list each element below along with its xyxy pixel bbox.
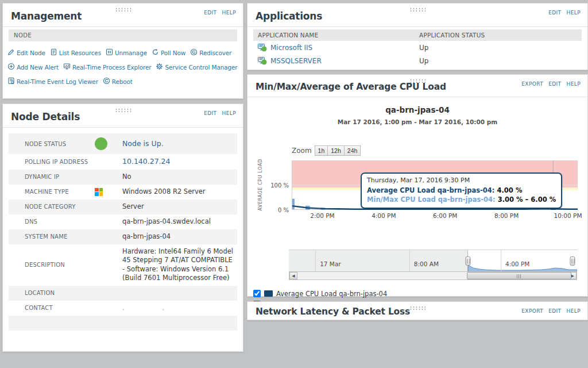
contact-row: CONTACT , , — [9, 301, 237, 316]
export-link[interactable]: EXPORT — [521, 308, 543, 314]
help-link[interactable]: HELP — [567, 81, 581, 87]
dynamic-ip-value: No — [122, 172, 234, 182]
description-row: DESCRIPTION Hardware: Intel64 Family 6 M… — [9, 244, 237, 286]
rediscover-link[interactable]: Rediscover — [190, 48, 231, 57]
list-resources-link[interactable]: List Resources — [50, 48, 101, 57]
edit-link[interactable]: EDIT — [204, 10, 216, 16]
x-axis-tick-label: 4:00 PM — [372, 212, 396, 219]
cpu-load-plot[interactable]: 0 %100 % Thursday, Mar 17, 2016 9:30 PM … — [292, 160, 577, 210]
chart-subtitle: Mar 17 2016, 1:00 pm - Mar 17 2016, 10:0… — [247, 118, 587, 125]
node-section-label: NODE — [9, 29, 237, 41]
y-axis-title: AVERAGE CPU LOAD — [252, 160, 259, 210]
application-status: Up — [419, 57, 577, 65]
real-time-event-log-viewer-link[interactable]: Real-Time Event Log Viewer — [7, 77, 98, 86]
legend-checkbox-average[interactable] — [253, 290, 261, 297]
tooltip-range-label: Min/Max CPU Load qa-brn-jpas-04: — [367, 195, 496, 204]
empty-row — [9, 316, 237, 331]
dns-row: DNS qa-brn-jpas-04.swdev.local — [9, 214, 237, 229]
export-link[interactable]: EXPORT — [521, 81, 543, 87]
management-panel: Management EDIT HELP NODE Edit Node List… — [2, 3, 243, 99]
windows-logo-icon — [95, 188, 103, 196]
navigator-gridline — [501, 250, 501, 272]
panel-title: Applications — [256, 10, 581, 22]
help-link[interactable]: HELP — [567, 308, 581, 314]
y-axis-tick-label: 0 % — [278, 207, 289, 213]
legend-label: Average CPU Load qa-brn-jpas-04 — [276, 290, 387, 298]
applications-table-header: APPLICATION NAME APPLICATION STATUS — [253, 29, 582, 41]
edit-link[interactable]: EDIT — [204, 110, 216, 116]
help-link[interactable]: HELP — [222, 110, 237, 116]
chart-title: qa-brn-jpas-04 — [247, 105, 587, 114]
real-time-process-explorer-link[interactable]: Real-Time Process Explorer — [63, 63, 151, 71]
dynamic-ip-row: DYNAMIC IP No — [9, 170, 237, 185]
scrollbar-thumb[interactable] — [467, 272, 571, 279]
x-axis-tick-label: 10:00 PM — [554, 212, 582, 219]
scrollbar-left-arrow[interactable]: ◀ — [289, 272, 297, 279]
edit-link[interactable]: EDIT — [548, 81, 561, 87]
edit-link[interactable]: EDIT — [548, 10, 561, 16]
edit-link[interactable]: EDIT — [548, 308, 561, 314]
zoom-24h-button[interactable]: 24h — [344, 145, 361, 156]
x-axis-labels: 2:00 PM4:00 PM6:00 PM8:00 PM10:00 PM — [292, 212, 577, 220]
unmanage-link[interactable]: Unmanage — [106, 48, 147, 57]
tooltip-timestamp: Thursday, Mar 17, 2016 9:30 PM — [367, 177, 556, 184]
contact-value: , , — [122, 304, 234, 313]
description-value: Hardware: Intel64 Family 6 Model 45 Step… — [122, 247, 234, 283]
node-category-value: Server — [122, 202, 234, 212]
x-axis-tick-label: 2:00 PM — [310, 212, 334, 219]
help-link[interactable]: HELP — [222, 10, 237, 16]
panel-title: Management — [11, 10, 236, 22]
zoom-12h-button[interactable]: 12h — [327, 145, 345, 156]
application-status: Up — [419, 44, 577, 52]
tooltip-avg-value: 4.00 % — [497, 186, 523, 194]
scrollbar-grip-icon — [517, 274, 521, 278]
x-axis-tick-label: 8:00 PM — [494, 212, 519, 219]
application-name-link[interactable]: MSSQLSERVER — [270, 57, 322, 65]
add-new-alert-link[interactable]: Add New Alert — [7, 63, 59, 71]
navigator-gridline — [409, 250, 410, 272]
navigator-tick-label: 4:00 PM — [505, 260, 529, 267]
legend-swatch-average — [264, 290, 273, 297]
y-axis-tick-label: 100 % — [270, 182, 289, 189]
application-row: MSSQLSERVER Up — [253, 54, 582, 67]
zoom-1h-button[interactable]: 1h — [315, 145, 328, 156]
rediscover-icon — [190, 48, 198, 57]
system-name-value: qa-brn-jpas-04 — [122, 232, 234, 241]
application-row: Microsoft IIS Up — [253, 41, 582, 54]
node-up-status-icon — [95, 137, 107, 150]
navigator-right-handle[interactable] — [570, 256, 575, 266]
reboot-link[interactable]: Reboot — [103, 77, 133, 86]
event-log-icon — [7, 77, 15, 86]
zoom-label: Zoom — [292, 147, 312, 155]
polling-ip-value: 10.140.27.24 — [122, 157, 234, 167]
panel-title: Node Details — [11, 111, 236, 122]
reboot-icon — [103, 77, 110, 86]
help-link[interactable]: HELP — [567, 10, 581, 16]
node-status-row: NODE STATUS Node is Up. — [9, 133, 237, 154]
tooltip-avg-label: Average CPU Load qa-brn-jpas-04: — [367, 186, 494, 194]
tooltip-range-value: 3.00 % – 6.00 % — [498, 195, 556, 204]
navigator-tick-label: 8:00 AM — [414, 260, 439, 267]
chart-scrollbar[interactable]: ◀ ▶ — [289, 271, 577, 280]
location-row: LOCATION — [9, 286, 237, 301]
legend-item: Average CPU Load qa-brn-jpas-04 — [253, 288, 388, 299]
machine-type-value: Windows 2008 R2 Server — [122, 187, 234, 197]
application-name-link[interactable]: Microsoft IIS — [270, 44, 312, 52]
gear-icon — [156, 63, 163, 71]
pause-icon — [106, 48, 113, 57]
cpu-load-chart-panel: Min/Max/Average of Average CPU Load EXPO… — [247, 74, 588, 297]
document-icon — [50, 48, 57, 57]
x-axis-tick-label: 6:00 PM — [433, 212, 457, 219]
poll-now-link[interactable]: Poll Now — [152, 48, 185, 57]
service-control-manager-link[interactable]: Service Control Manager — [156, 63, 237, 71]
node-category-row: NODE CATEGORY Server — [9, 200, 237, 214]
plus-circle-icon — [7, 63, 15, 71]
application-icon — [258, 57, 267, 65]
network-latency-panel: Network Latency & Packet Loss EXPORT EDI… — [247, 301, 588, 320]
navigator-gridline — [315, 250, 316, 272]
navigator-left-handle[interactable] — [466, 256, 471, 266]
refresh-icon — [152, 48, 159, 57]
edit-node-link[interactable]: Edit Node — [7, 48, 45, 57]
polling-ip-row: POLLING IP ADDRESS 10.140.27.24 — [9, 154, 237, 170]
chart-navigator[interactable]: 17 Mar8:00 AM4:00 PM — [289, 250, 577, 271]
